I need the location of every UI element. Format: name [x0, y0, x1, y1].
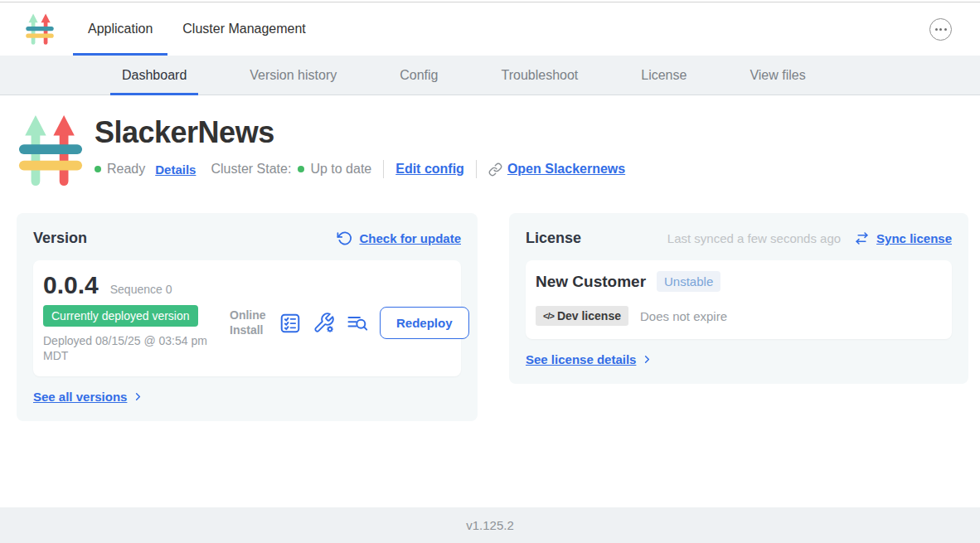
sync-arrows-icon — [854, 230, 870, 246]
chain-link-icon — [488, 162, 502, 177]
customer-name: New Customer — [536, 273, 646, 291]
app-logo-icon — [25, 12, 55, 46]
version-card: Version Check for update 0.0.4 Sequence … — [17, 213, 478, 421]
app-header: SlackerNews Ready Details Cluster State:… — [17, 111, 970, 189]
page-title: SlackerNews — [95, 115, 625, 150]
license-type-badge: </> Dev license — [536, 306, 628, 326]
open-app-link[interactable]: Open Slackernews — [507, 162, 625, 177]
ellipsis-dot — [944, 28, 947, 31]
chevron-right-icon — [132, 390, 144, 403]
cluster-state-dot — [298, 166, 304, 172]
version-card-title: Version — [33, 230, 87, 247]
deployed-status-badge: Currently deployed version — [43, 305, 198, 327]
cluster-state-value: Up to date — [310, 162, 371, 177]
check-update-icon — [337, 230, 352, 246]
deployed-timestamp: Deployed 08/15/25 @ 03:54 pm MDT — [43, 333, 217, 363]
subtab-license-label: License — [641, 68, 686, 83]
ellipsis-dot — [939, 28, 942, 31]
divider — [476, 160, 477, 178]
license-card: License Last synced a few seconds ago Sy… — [509, 213, 968, 384]
edit-config-link[interactable]: Edit config — [395, 162, 464, 177]
subtab-license[interactable]: License — [629, 56, 698, 95]
main-nav: Application Cluster Management — [0, 2, 980, 56]
app-status-dot — [95, 166, 101, 172]
dashboard-content: SlackerNews Ready Details Cluster State:… — [0, 95, 980, 507]
app-sub-nav: Dashboard Version history Config Trouble… — [0, 56, 980, 95]
tab-application-label: Application — [88, 22, 153, 36]
open-app-link-group[interactable]: Open Slackernews — [488, 162, 625, 177]
license-expiration: Does not expire — [640, 309, 727, 323]
wrench-gear-icon[interactable] — [313, 312, 335, 334]
tab-cluster-management-label: Cluster Management — [182, 22, 306, 36]
license-details-panel: New Customer Unstable </> Dev license Do… — [526, 260, 952, 339]
subtab-view-files-label: View files — [750, 68, 805, 83]
ellipsis-menu-button[interactable] — [929, 18, 952, 41]
subtab-version-history[interactable]: Version history — [238, 56, 348, 95]
check-for-update-link[interactable]: Check for update — [359, 231, 461, 245]
subtab-troubleshoot[interactable]: Troubleshoot — [489, 56, 589, 95]
subtab-version-history-label: Version history — [250, 68, 337, 83]
app-logo-large — [17, 111, 85, 189]
license-type-text: Dev license — [557, 309, 621, 322]
subtab-troubleshoot-label: Troubleshoot — [501, 68, 578, 83]
code-brackets-icon: </> — [543, 311, 554, 321]
chevron-right-icon — [641, 353, 653, 366]
redeploy-button[interactable]: Redeploy — [380, 307, 469, 339]
install-type-label: Online Install — [230, 308, 268, 337]
subtab-dashboard[interactable]: Dashboard — [110, 56, 198, 95]
subtab-dashboard-label: Dashboard — [122, 68, 187, 83]
subtab-view-files[interactable]: View files — [738, 56, 817, 95]
channel-badge: Unstable — [657, 271, 720, 292]
subtab-config-label: Config — [400, 68, 438, 83]
version-number: 0.0.4 — [43, 271, 99, 299]
tab-cluster-management[interactable]: Cluster Management — [167, 2, 321, 56]
app-status-row: Ready Details Cluster State: Up to date … — [95, 160, 625, 178]
app-status-text: Ready — [107, 162, 145, 177]
subtab-config[interactable]: Config — [388, 56, 449, 95]
console-version: v1.125.2 — [466, 518, 514, 532]
details-link[interactable]: Details — [155, 162, 196, 177]
sequence-label: Sequence 0 — [110, 283, 172, 296]
preflight-checks-icon[interactable] — [279, 312, 302, 335]
see-all-versions-link[interactable]: See all versions — [33, 390, 127, 404]
divider — [383, 160, 384, 178]
tab-application[interactable]: Application — [73, 2, 167, 56]
see-license-details-link[interactable]: See license details — [526, 352, 636, 366]
dashboard-cards: Version Check for update 0.0.4 Sequence … — [17, 213, 970, 421]
sync-license-link[interactable]: Sync license — [876, 231, 952, 245]
footer: v1.125.2 — [0, 507, 980, 543]
cluster-state-label: Cluster State: — [211, 162, 291, 177]
last-synced-text: Last synced a few seconds ago — [667, 231, 841, 245]
license-card-title: License — [526, 230, 581, 247]
current-version-panel: 0.0.4 Sequence 0 Currently deployed vers… — [33, 260, 461, 376]
see-license-details-link-group[interactable]: See license details — [526, 352, 653, 366]
ellipsis-dot — [935, 28, 938, 31]
view-logs-icon[interactable] — [346, 312, 369, 335]
see-all-versions-link-group[interactable]: See all versions — [33, 390, 144, 404]
